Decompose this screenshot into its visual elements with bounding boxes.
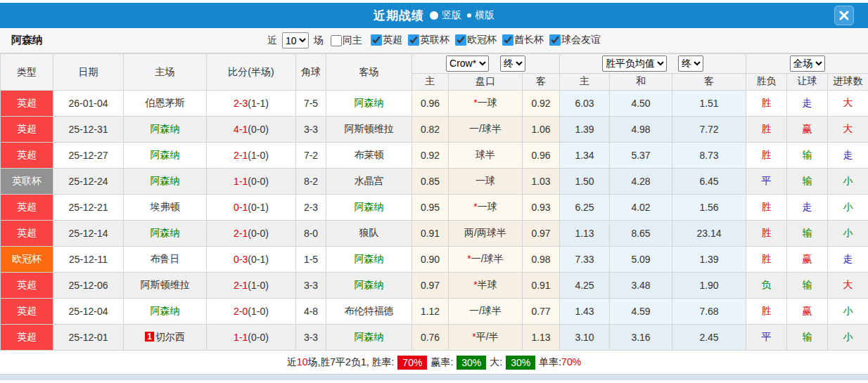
- competition-badge: 英超: [1, 221, 53, 247]
- competition-badge: 欧冠杯: [1, 247, 53, 273]
- competition-checkbox[interactable]: 球会友谊: [544, 34, 601, 46]
- match-row: 英超25-12-04阿森纳2-0(1-0)4-8布伦特福德1.12一/球半0.7…: [1, 299, 868, 325]
- competition-label: 酋长杯: [514, 34, 544, 46]
- avg-lose-odds: 1.56: [672, 195, 746, 221]
- corners: 8-0: [296, 221, 326, 247]
- avg-odds-select[interactable]: 胜平负均值: [602, 56, 667, 72]
- away-team: 狼队: [326, 221, 412, 247]
- handicap-line: *一/球半: [449, 247, 523, 273]
- close-button[interactable]: [834, 6, 854, 25]
- view-option-horizontal[interactable]: 横版: [467, 9, 494, 22]
- handicap-odds-away: 1.13: [523, 325, 560, 351]
- odds-company-select[interactable]: Crow*: [446, 56, 489, 72]
- avg-win-odds: 1.50: [560, 169, 610, 195]
- competition-checkbox[interactable]: 英超: [365, 34, 402, 46]
- match-date: 25-12-21: [53, 195, 124, 221]
- scope-select[interactable]: 全场: [790, 56, 825, 72]
- match-date: 25-12-14: [53, 221, 124, 247]
- corners: 3-3: [296, 273, 326, 299]
- red-card-badge: 1: [145, 332, 154, 342]
- competition-checkbox-input[interactable]: [549, 34, 561, 46]
- home-team: 阿森纳: [124, 169, 207, 195]
- results-tbody: 英超26-01-04伯恩茅斯2-3(1-1)7-5阿森纳0.96*一球0.926…: [1, 91, 868, 351]
- odds-time-select-1[interactable]: 终: [500, 56, 525, 72]
- same-home-input[interactable]: [331, 35, 342, 46]
- handicap-odds-home: 0.97: [412, 273, 449, 299]
- match-date: 25-12-01: [53, 325, 124, 351]
- view-option-vertical-label: 竖版: [442, 9, 461, 22]
- home-team: 1切尔西: [124, 325, 207, 351]
- view-option-vertical[interactable]: 竖版: [430, 9, 461, 22]
- col-handicap: 盘口: [449, 73, 523, 90]
- score: 2-1(0-0): [207, 221, 296, 247]
- handicap-odds-away: 0.91: [523, 273, 560, 299]
- competition-label: 英联杯: [420, 34, 449, 46]
- avg-draw-odds: 4.02: [610, 195, 672, 221]
- avg-draw-odds: 4.59: [610, 299, 672, 325]
- corners: 3-3: [296, 117, 326, 143]
- summary-count: 10: [297, 356, 308, 368]
- competition-badge: 英超: [1, 299, 53, 325]
- home-team: 阿森纳: [124, 221, 207, 247]
- avg-draw-odds: 4.98: [610, 117, 672, 143]
- score: 0-3(0-1): [207, 247, 296, 273]
- avg-lose-odds: 7.68: [672, 299, 746, 325]
- competition-badge: 英超: [1, 273, 53, 299]
- avg-lose-odds: 1.51: [672, 91, 746, 117]
- col-away: 客场: [326, 54, 412, 91]
- dialog-titlebar: 近期战绩 竖版 横版: [0, 3, 868, 28]
- result-wdl: 胜: [746, 143, 787, 169]
- competition-checkbox-input[interactable]: [455, 34, 466, 46]
- result-goals: 大: [828, 117, 868, 143]
- result-goals: 走: [828, 247, 868, 273]
- competition-filters: 英超英联杯欧冠杯酋长杯球会友谊: [365, 34, 601, 48]
- avg-win-odds: 7.33: [560, 247, 610, 273]
- competition-checkbox[interactable]: 英联杯: [402, 34, 449, 46]
- near-label: 近: [267, 34, 277, 47]
- filters: 近 10 场 同主 英超英联杯欧冠杯酋长杯球会友谊: [267, 32, 601, 48]
- competition-badge: 英超: [1, 117, 53, 143]
- avg-draw-odds: 4.28: [610, 169, 672, 195]
- competition-badge: 英超: [1, 91, 53, 117]
- score: 1-1(0-0): [207, 169, 296, 195]
- handicap-line: *一球: [449, 195, 523, 221]
- avg-draw-odds: 4.50: [610, 91, 672, 117]
- competition-checkbox[interactable]: 酋长杯: [497, 34, 544, 46]
- col-avg-lose: 客: [672, 73, 746, 90]
- home-team: 阿森纳: [124, 117, 207, 143]
- recent-results-dialog: 近期战绩 竖版 横版 阿森纳 近 10 场: [0, 3, 868, 380]
- competition-badge: 英超: [1, 195, 53, 221]
- col-score: 比分(半场): [207, 54, 296, 91]
- score: 2-0(1-0): [207, 299, 296, 325]
- match-row: 英超25-12-21埃弗顿0-1(0-1)2-3阿森纳0.95*一球0.936.…: [1, 195, 868, 221]
- handicap-line: 一球: [449, 169, 523, 195]
- competition-checkbox-input[interactable]: [408, 34, 419, 46]
- match-row: 英超25-12-14阿森纳2-1(0-0)8-0狼队0.91两/两球半0.971…: [1, 221, 868, 247]
- same-home-checkbox[interactable]: 同主: [326, 34, 362, 47]
- result-handicap: 走: [787, 195, 828, 221]
- handicap-odds-away: 0.97: [523, 221, 560, 247]
- home-team: 伯恩茅斯: [124, 91, 207, 117]
- result-handicap: 赢: [787, 117, 828, 143]
- avg-win-odds: 1.39: [560, 117, 610, 143]
- away-team: 阿森纳: [326, 91, 412, 117]
- close-icon: [839, 11, 849, 20]
- score: 1-1(0-0): [207, 325, 296, 351]
- col-result-handicap: 让球: [787, 73, 828, 90]
- match-date: 26-01-04: [53, 91, 124, 117]
- home-team: 埃弗顿: [124, 195, 207, 221]
- competition-checkbox[interactable]: 欧冠杯: [449, 34, 497, 46]
- result-handicap: 输: [787, 273, 828, 299]
- handicap-odds-group: Crow* 终: [412, 54, 560, 74]
- odds-time-select-2[interactable]: 终: [678, 56, 703, 72]
- avg-draw-odds: 3.16: [610, 325, 672, 351]
- col-result-wdl: 胜负: [746, 73, 787, 90]
- match-row: 英联杯25-12-24阿森纳1-1(0-0)8-2水晶宫0.85一球1.031.…: [1, 169, 868, 195]
- match-count-select[interactable]: 10: [282, 32, 309, 48]
- competition-checkbox-input[interactable]: [371, 34, 382, 46]
- result-wdl: 胜: [746, 117, 787, 143]
- match-row: 英超25-12-011切尔西1-1(0-0)3-3阿森纳0.76*平/半1.13…: [1, 325, 868, 351]
- competition-checkbox-input[interactable]: [502, 34, 513, 46]
- result-handicap: 赢: [787, 247, 828, 273]
- handicap-rate-label: 赢率:: [430, 356, 453, 369]
